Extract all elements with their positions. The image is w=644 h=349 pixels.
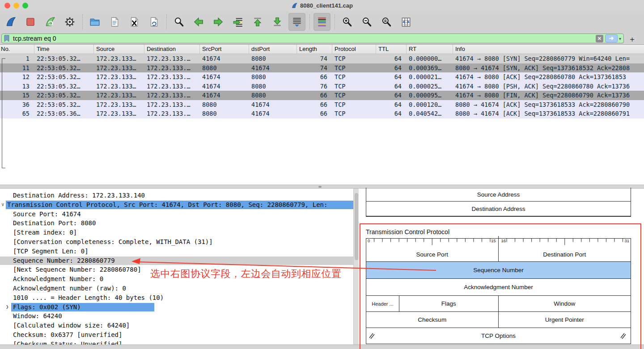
diagram-cell-window[interactable]: Window [499, 296, 631, 312]
packet-row-65[interactable]: 6522:53:05.36…172.23.133…172.23.133.…808… [0, 109, 644, 118]
column-header-source[interactable]: Source [93, 45, 144, 54]
packet-cell-length: 66 [297, 72, 332, 82]
packet-cell-rt: 0.000021… [406, 72, 453, 82]
wireshark-start-icon[interactable] [2, 13, 19, 31]
diagram-cell-destination-address[interactable]: Destination Address [366, 202, 631, 216]
column-header-length[interactable]: Length [297, 45, 332, 54]
detail-line[interactable]: Window: 64240 [0, 311, 353, 321]
packet-cell-source: 172.23.133… [93, 82, 144, 91]
last-packet-icon[interactable] [269, 13, 286, 31]
diagram-cell-sequence-number[interactable]: Sequence Number [366, 262, 631, 279]
capture-options-icon[interactable] [61, 13, 78, 31]
go-to-packet-icon[interactable] [229, 13, 246, 31]
diagram-row: Header ...FlagsWindow [366, 296, 631, 312]
diagram-cell-source-port[interactable]: Source Port [366, 247, 499, 262]
detail-line[interactable]: ❯Flags: 0x002 (SYN) [0, 303, 353, 312]
diagram-row: Source PortDestination Port [366, 247, 631, 262]
packet-cell-ttl: 64 [376, 72, 406, 82]
resize-columns-icon[interactable] [398, 13, 415, 31]
diagram-cell-destination-port[interactable]: Destination Port [499, 247, 631, 262]
restart-capture-icon[interactable] [42, 13, 59, 31]
wireshark-logo-icon [291, 2, 298, 9]
detail-line[interactable]: [Conversation completeness: Complete, WI… [0, 237, 353, 247]
chevron-right-icon[interactable]: ❯ [6, 303, 9, 312]
packet-row-12[interactable]: 1222:53:05.32…172.23.133…172.23.133.…416… [0, 72, 644, 82]
packet-row-36[interactable]: 3622:53:05.32…172.23.133…172.23.133.…808… [0, 100, 644, 109]
diagram-cell-urgent-pointer[interactable]: Urgent Pointer [499, 312, 631, 328]
display-filter-value[interactable]: tcp.stream eq 0 [13, 35, 596, 42]
packet-row-1[interactable]: 122:53:05.32…172.23.133…172.23.133.…4167… [0, 54, 644, 63]
column-header-dstport[interactable]: dstPort [249, 45, 297, 54]
detail-line[interactable]: Source Port: 41674 [0, 210, 353, 219]
filter-clear-button[interactable]: ✕ [596, 35, 603, 42]
svg-text:15: 15 [491, 238, 496, 243]
stop-capture-icon[interactable] [22, 13, 39, 31]
detail-line[interactable]: [Checksum Status: Unverified] [0, 340, 353, 345]
first-packet-icon[interactable] [249, 13, 266, 31]
diagram-cell-source-address[interactable]: Source Address [366, 188, 631, 202]
zoom-in-icon[interactable] [339, 13, 356, 31]
close-capture-file-icon[interactable] [126, 13, 143, 31]
filter-apply-button[interactable]: ➜ [605, 34, 618, 42]
detail-line[interactable]: Sequence Number: 2280860779 [0, 256, 353, 265]
column-header-destination[interactable]: Destination [144, 45, 199, 54]
save-capture-file-icon[interactable] [106, 13, 123, 31]
packet-cell-length: 74 [297, 54, 332, 63]
packet-row-15[interactable]: 1522:53:05.32…172.23.133…172.23.133.…416… [0, 91, 644, 100]
column-header-info[interactable]: Info [453, 45, 644, 54]
detail-line[interactable]: Destination Address: 172.23.133.140 [0, 191, 353, 200]
packet-cell-source: 172.23.133… [93, 109, 144, 118]
diagram-section-title: Transmission Control Protocol [366, 228, 449, 235]
detail-line[interactable]: Checksum: 0x6377 [unverified] [0, 330, 353, 340]
diagram-cell-tcp-options[interactable]: TCP Options [366, 328, 631, 344]
detail-line-text: [Stream index: 0] [13, 229, 77, 236]
reload-capture-file-icon[interactable] [145, 13, 162, 31]
detail-line[interactable]: Destination Port: 8080 [0, 219, 353, 228]
colorize-packets-icon[interactable] [314, 13, 330, 31]
open-capture-file-icon[interactable] [86, 13, 103, 31]
filter-bookmark-icon[interactable] [4, 35, 10, 42]
packet-cell-dstport: 41674 [249, 100, 297, 109]
diagram-cell-flags[interactable]: Flags [399, 296, 499, 312]
detail-line[interactable]: ∨Transmission Control Protocol, Src Port… [0, 200, 353, 210]
splitter-handle-icon[interactable] [318, 186, 322, 188]
column-header-ttl[interactable]: TTL [376, 45, 406, 54]
packet-cell-destination: 172.23.133.… [144, 82, 199, 91]
zoom-out-icon[interactable] [358, 13, 375, 31]
zoom-original-icon[interactable] [378, 13, 395, 31]
go-forward-icon[interactable] [210, 13, 227, 31]
diagram-cell-acknowledgment-number[interactable]: Acknowledgment Number [366, 279, 631, 296]
detail-line[interactable]: [Stream index: 0] [0, 228, 353, 237]
packet-row-11[interactable]: 1122:53:05.32…172.23.133…172.23.133.…808… [0, 63, 644, 73]
detail-line[interactable]: Acknowledgment number (raw): 0 [0, 284, 353, 293]
diagram-cell-checksum[interactable]: Checksum [366, 312, 499, 328]
detail-scrollbar[interactable] [353, 189, 359, 345]
detail-line[interactable]: 1010 .... = Header Length: 40 bytes (10) [0, 293, 353, 303]
diagram-cell-header[interactable]: Header ... [366, 296, 399, 312]
filter-dropdown-caret-icon[interactable]: ▾ [619, 36, 621, 41]
detail-line[interactable]: [TCP Segment Len: 0] [0, 247, 353, 256]
column-header-rt[interactable]: RT [406, 45, 453, 54]
filter-add-button[interactable]: ＋ [628, 34, 636, 44]
packet-row-13[interactable]: 1322:53:05.32…172.23.133…172.23.133.…416… [0, 82, 644, 91]
detail-line-text: Flags: 0x002 (SYN) [13, 303, 81, 311]
packet-cell-no: 15 [0, 91, 34, 100]
break-mark-icon [369, 333, 375, 339]
find-packet-icon[interactable] [170, 13, 187, 31]
detail-line[interactable]: [Calculated window size: 64240] [0, 321, 353, 330]
packet-cell-length: 76 [297, 82, 332, 91]
column-header-no[interactable]: No. [0, 45, 34, 54]
column-header-time[interactable]: Time [34, 45, 93, 54]
display-filter-input[interactable]: tcp.stream eq 0 ✕ ➜ ▾ [1, 34, 624, 43]
detail-scrollbar-thumb[interactable] [355, 193, 358, 260]
detail-line-text: [Calculated window size: 64240] [13, 322, 130, 329]
go-back-icon[interactable] [190, 13, 207, 31]
packet-cell-source: 172.23.133… [93, 72, 144, 82]
window-title: 8080_client141.cap [300, 2, 353, 9]
packet-cell-info: 41674 → 8080 [SYN] Seq=2280860779 Win=64… [453, 54, 644, 63]
chevron-down-icon[interactable]: ∨ [1, 200, 4, 210]
column-header-protocol[interactable]: Protocol [332, 45, 376, 54]
column-header-srcport[interactable]: SrcPort [199, 45, 249, 54]
packet-cell-protocol: TCP [332, 63, 376, 73]
auto-scroll-icon[interactable] [288, 13, 305, 31]
